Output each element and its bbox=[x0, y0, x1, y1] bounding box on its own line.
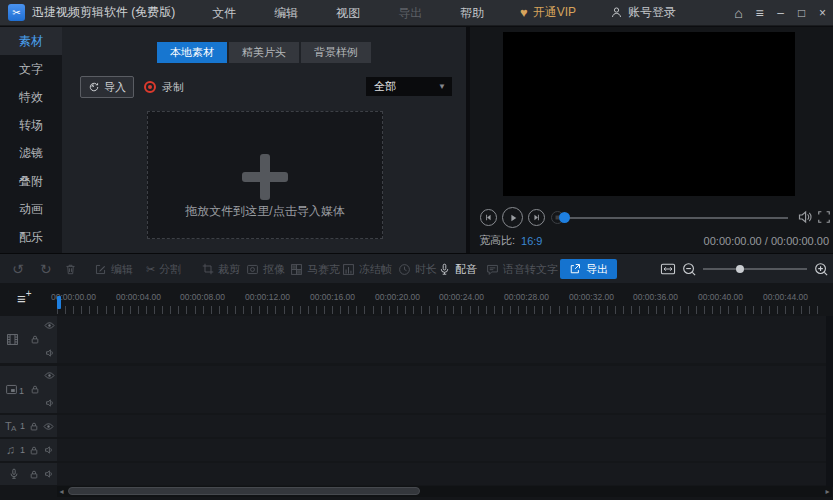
scroll-right-arrow[interactable]: ▸ bbox=[823, 486, 832, 497]
scrollbar-thumb[interactable] bbox=[68, 487, 420, 495]
dropzone-text: 拖放文件到这里/点击导入媒体 bbox=[148, 203, 382, 220]
music-track-lane[interactable] bbox=[57, 439, 826, 461]
voiceover-label: 配音 bbox=[455, 262, 477, 277]
play-button[interactable] bbox=[502, 207, 523, 228]
pip-icon bbox=[5, 383, 18, 396]
seek-bar[interactable] bbox=[567, 217, 788, 219]
sidebar-item-music[interactable]: 配乐 bbox=[0, 223, 62, 251]
aspect-ratio-value[interactable]: 16:9 bbox=[521, 235, 542, 247]
fit-timeline-button[interactable] bbox=[660, 254, 676, 284]
mosaic-button[interactable]: 马赛克 bbox=[290, 254, 340, 284]
voiceover-button[interactable]: 配音 bbox=[438, 254, 477, 284]
eye-icon[interactable] bbox=[43, 422, 54, 431]
menu-view[interactable]: 视图 bbox=[317, 0, 379, 26]
microphone-icon bbox=[8, 468, 20, 480]
speaker-icon[interactable] bbox=[44, 445, 54, 455]
music-track-count: 1 bbox=[20, 445, 25, 455]
titlebar: ✂ 迅捷视频剪辑软件 (免费版) 文件 编辑 视图 导出 帮助 ♥ 开通VIP … bbox=[0, 0, 833, 26]
tab-background-samples[interactable]: 背景样例 bbox=[301, 42, 371, 63]
microphone-icon bbox=[438, 263, 451, 276]
split-button[interactable]: ✂ 分割 bbox=[146, 254, 181, 284]
redo-button[interactable]: ↻ bbox=[40, 254, 52, 284]
ruler-ticks bbox=[57, 306, 826, 314]
text-track-lane[interactable] bbox=[57, 415, 826, 437]
track-row-voice bbox=[0, 463, 833, 485]
maximize-button[interactable]: □ bbox=[791, 0, 812, 26]
zoom-in-button[interactable] bbox=[814, 254, 829, 284]
add-track-button[interactable]: ≡ + bbox=[17, 290, 32, 307]
edit-clip-button[interactable]: 编辑 bbox=[94, 254, 133, 284]
lock-icon[interactable] bbox=[30, 334, 40, 345]
freeze-frame-button[interactable]: 冻结帧 bbox=[342, 254, 392, 284]
speaker-icon[interactable] bbox=[45, 398, 55, 408]
seek-handle[interactable] bbox=[559, 212, 570, 223]
lock-icon[interactable] bbox=[30, 384, 40, 395]
import-icon bbox=[88, 81, 100, 93]
fullscreen-icon[interactable] bbox=[817, 210, 831, 224]
zoom-out-button[interactable] bbox=[682, 254, 697, 284]
split-label: 分割 bbox=[159, 262, 181, 277]
eye-icon[interactable] bbox=[44, 371, 55, 380]
sidebar-item-media[interactable]: 素材 bbox=[0, 27, 62, 55]
sidebar-item-overlays[interactable]: 叠附 bbox=[0, 167, 62, 195]
clock-icon bbox=[398, 263, 411, 276]
menu-file[interactable]: 文件 bbox=[193, 0, 255, 26]
previous-frame-button[interactable] bbox=[480, 209, 497, 226]
close-button[interactable]: × bbox=[812, 0, 833, 26]
tab-local-media[interactable]: 本地素材 bbox=[157, 42, 227, 63]
sidebar-item-transitions[interactable]: 转场 bbox=[0, 111, 62, 139]
vip-heart-icon: ♥ bbox=[520, 5, 528, 20]
account-login-button[interactable]: 账号登录 bbox=[610, 4, 676, 21]
sidebar-item-animation[interactable]: 动画 bbox=[0, 195, 62, 223]
duration-button[interactable]: 时长 bbox=[398, 254, 437, 284]
lock-icon[interactable] bbox=[29, 421, 39, 432]
speaker-icon[interactable] bbox=[44, 469, 54, 479]
ruler-label: 00:00:44.00 bbox=[762, 292, 809, 302]
pip-track-lane[interactable] bbox=[57, 366, 826, 413]
vertical-scrollbar[interactable] bbox=[826, 316, 833, 487]
video-track-lane[interactable] bbox=[57, 316, 826, 363]
export-button[interactable]: 导出 bbox=[560, 259, 617, 279]
record-button[interactable]: 录制 bbox=[144, 76, 184, 98]
chroma-key-button[interactable]: 抠像 bbox=[246, 254, 285, 284]
ruler-label: 00:00:32.00 bbox=[568, 292, 615, 302]
chroma-key-label: 抠像 bbox=[263, 262, 285, 277]
crop-icon bbox=[202, 263, 214, 275]
menu-edit[interactable]: 编辑 bbox=[255, 0, 317, 26]
crop-button[interactable]: 裁剪 bbox=[202, 254, 240, 284]
sidebar-item-filters[interactable]: 滤镜 bbox=[0, 139, 62, 167]
speech-to-text-button[interactable]: 语音转文字 bbox=[486, 254, 558, 284]
voice-track-lane[interactable] bbox=[57, 463, 826, 485]
undo-button[interactable]: ↺ bbox=[12, 254, 24, 284]
text-track-header: T A 1 bbox=[0, 415, 57, 437]
eye-icon[interactable] bbox=[44, 321, 55, 330]
tab-intro-templates[interactable]: 精美片头 bbox=[229, 42, 299, 63]
sidebar-item-text[interactable]: 文字 bbox=[0, 55, 62, 83]
import-button[interactable]: 导入 bbox=[80, 76, 134, 98]
menubar: 文件 编辑 视图 导出 帮助 bbox=[193, 0, 503, 26]
plus-icon: + bbox=[26, 288, 32, 307]
timeline-zoom-slider[interactable] bbox=[703, 268, 807, 270]
music-track-header: ♫ 1 bbox=[0, 439, 57, 461]
menu-help[interactable]: 帮助 bbox=[441, 0, 503, 26]
lock-icon[interactable] bbox=[29, 445, 39, 456]
sidebar-item-effects[interactable]: 特效 bbox=[0, 83, 62, 111]
playhead-marker[interactable] bbox=[57, 296, 61, 309]
export-icon bbox=[569, 263, 581, 275]
open-vip-button[interactable]: ♥ 开通VIP bbox=[520, 4, 576, 21]
home-icon[interactable]: ⌂ bbox=[728, 0, 749, 26]
minimize-button[interactable]: – bbox=[770, 0, 791, 26]
volume-icon[interactable] bbox=[797, 209, 813, 225]
horizontal-scrollbar[interactable]: ◂ ▸ bbox=[57, 486, 832, 497]
delete-button[interactable] bbox=[64, 254, 77, 284]
track-row-pip: 1 bbox=[0, 366, 833, 413]
app-menu-icon[interactable]: ≡ bbox=[749, 0, 770, 26]
zoom-slider-handle[interactable] bbox=[736, 265, 744, 273]
scroll-left-arrow[interactable]: ◂ bbox=[57, 486, 66, 497]
media-dropzone[interactable]: 拖放文件到这里/点击导入媒体 bbox=[147, 111, 383, 239]
speaker-icon[interactable] bbox=[45, 348, 55, 358]
lock-icon[interactable] bbox=[29, 469, 39, 480]
filter-selected-value: 全部 bbox=[374, 79, 396, 94]
media-filter-dropdown[interactable]: 全部 ▼ bbox=[366, 77, 452, 96]
next-frame-button[interactable] bbox=[528, 209, 545, 226]
